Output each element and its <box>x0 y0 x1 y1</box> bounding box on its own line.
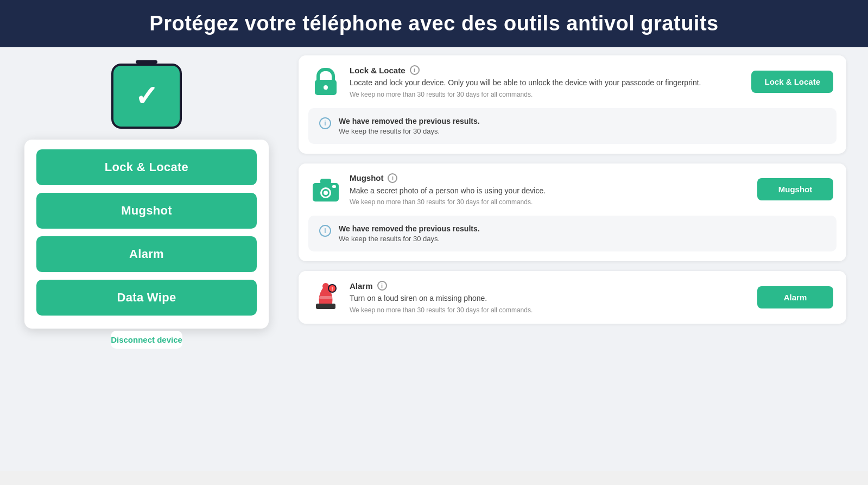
mugshot-desc: Make a secret photo of a person who is u… <box>350 186 757 197</box>
lock-locate-result-icon: i <box>319 117 331 129</box>
checkmark-icon: ✓ <box>135 82 159 110</box>
lock-locate-note: We keep no more than 30 results for 30 d… <box>350 91 751 98</box>
main-content: ✓ Lock & Locate Mugshot Alarm Data Wipe … <box>0 47 868 471</box>
lock-locate-section: 1 Lock & Locate i Locate and lock your d… <box>299 55 846 154</box>
alarm-icon: ! <box>312 281 340 313</box>
lock-locate-button[interactable]: Lock & Locate <box>36 149 257 185</box>
alarm-name-row: Alarm i <box>350 281 757 291</box>
mugshot-result-title: We have removed the previous results. <box>339 224 480 233</box>
lock-locate-text: Lock & Locate i Locate and lock your dev… <box>350 65 751 98</box>
mugshot-section: Mugshot i Make a secret photo of a perso… <box>299 163 846 262</box>
lock-locate-info: 1 Lock & Locate i Locate and lock your d… <box>312 65 751 98</box>
phone-illustration: ✓ <box>111 64 182 129</box>
right-panel: 1 Lock & Locate i Locate and lock your d… <box>288 47 868 471</box>
data-wipe-button[interactable]: Data Wipe <box>36 280 257 316</box>
disconnect-device-link[interactable]: Disconnect device <box>111 331 182 349</box>
alarm-header: ! Alarm i Turn on a loud siren on a miss… <box>299 271 846 324</box>
lock-locate-action-button[interactable]: Lock & Locate <box>751 71 833 93</box>
menu-card: Lock & Locate Mugshot Alarm Data Wipe <box>24 140 269 329</box>
mugshot-note: We keep no more than 30 results for 30 d… <box>350 198 757 206</box>
mugshot-header: Mugshot i Make a secret photo of a perso… <box>299 163 846 216</box>
alarm-info: ! Alarm i Turn on a loud siren on a miss… <box>312 281 757 314</box>
left-panel: ✓ Lock & Locate Mugshot Alarm Data Wipe … <box>0 47 288 471</box>
lock-icon: 1 <box>312 65 340 98</box>
svg-rect-10 <box>316 304 335 309</box>
header-title: Protégez votre téléphone avec des outils… <box>149 12 718 35</box>
alarm-action-button[interactable]: Alarm <box>757 286 833 308</box>
lock-locate-result-title: We have removed the previous results. <box>339 117 480 125</box>
mugshot-result-subtitle: We keep the results for 30 days. <box>339 235 480 243</box>
mugshot-result-box: i We have removed the previous results. … <box>308 216 837 251</box>
svg-text:!: ! <box>332 286 333 292</box>
mugshot-feature-name: Mugshot <box>350 173 383 182</box>
mugshot-result-icon: i <box>319 225 331 237</box>
lock-locate-name-row: Lock & Locate i <box>350 65 751 75</box>
svg-point-8 <box>324 191 328 195</box>
mugshot-result-text: We have removed the previous results. We… <box>339 224 480 243</box>
alarm-desc: Turn on a loud siren on a missing phone. <box>350 293 757 304</box>
alarm-button[interactable]: Alarm <box>36 236 257 272</box>
mugshot-action-button[interactable]: Mugshot <box>757 178 833 200</box>
svg-rect-15 <box>319 296 332 299</box>
lock-locate-desc: Locate and lock your device. Only you wi… <box>350 78 751 89</box>
alarm-info-icon[interactable]: i <box>377 281 387 291</box>
phone-mockup: ✓ <box>111 64 182 129</box>
header-banner: Protégez votre téléphone avec des outils… <box>0 0 868 47</box>
mugshot-button[interactable]: Mugshot <box>36 193 257 229</box>
mugshot-name-row: Mugshot i <box>350 173 757 183</box>
lock-locate-result-box: i We have removed the previous results. … <box>308 108 837 144</box>
mugshot-info: Mugshot i Make a secret photo of a perso… <box>312 173 757 206</box>
alarm-text: Alarm i Turn on a loud siren on a missin… <box>350 281 757 314</box>
lock-locate-info-icon[interactable]: i <box>410 65 420 75</box>
mugshot-icon <box>312 173 340 206</box>
alarm-section: ! Alarm i Turn on a loud siren on a miss… <box>299 271 846 324</box>
lock-locate-result-subtitle: We keep the results for 30 days. <box>339 127 480 135</box>
lock-locate-feature-name: Lock & Locate <box>350 66 406 75</box>
svg-rect-9 <box>332 185 336 188</box>
lock-locate-header: 1 Lock & Locate i Locate and lock your d… <box>299 55 846 108</box>
svg-rect-5 <box>320 179 331 184</box>
alarm-feature-name: Alarm <box>350 281 373 291</box>
alarm-note: We keep no more than 30 results for 30 d… <box>350 306 757 314</box>
svg-text:1: 1 <box>324 85 327 91</box>
lock-locate-result-text: We have removed the previous results. We… <box>339 117 480 135</box>
mugshot-text: Mugshot i Make a secret photo of a perso… <box>350 173 757 206</box>
mugshot-info-icon[interactable]: i <box>388 173 397 183</box>
